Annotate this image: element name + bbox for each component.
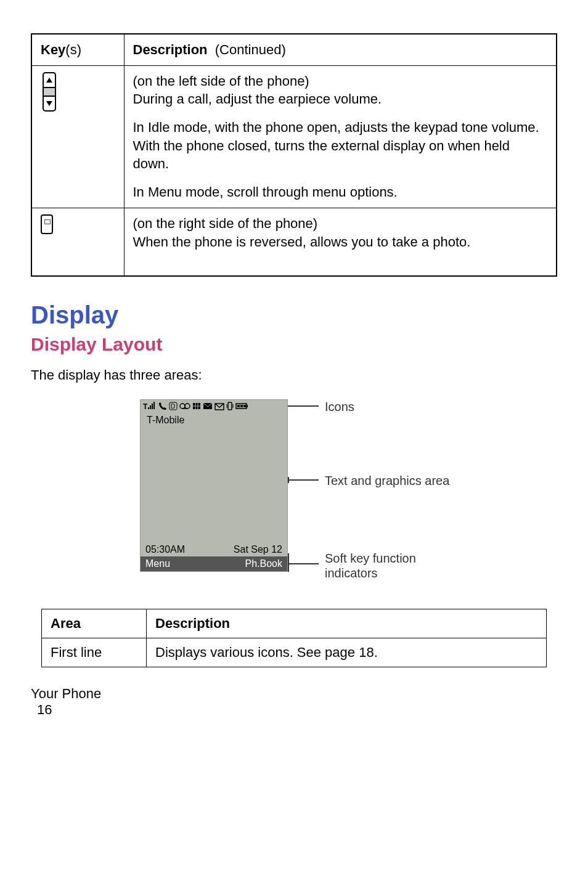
header-description: Description (Continued) — [124, 34, 557, 65]
key-description-table: Key(s) Description (Continued) (on the l… — [31, 33, 557, 277]
voicemail-icon — [179, 402, 190, 410]
volume-key-cell — [31, 65, 124, 208]
page-footer: Your Phone 16 — [31, 686, 557, 718]
header-area: Area — [42, 609, 147, 638]
table-row: (on the right side of the phone) When th… — [31, 208, 557, 276]
table-row: First line Displays various icons. See p… — [42, 638, 547, 667]
header-key-suffix: (s) — [65, 42, 81, 57]
section-title-display: Display — [31, 301, 557, 329]
page-number: 16 — [37, 702, 557, 718]
carrier-name: T-Mobile — [141, 412, 287, 428]
svg-rect-22 — [243, 405, 246, 407]
svg-rect-20 — [237, 405, 240, 407]
softkey-right: Ph.Book — [245, 558, 282, 569]
sim-icon — [192, 402, 201, 410]
battery-icon — [235, 402, 249, 410]
icon-bar: T D — [141, 400, 287, 412]
header-description: Description — [147, 609, 547, 638]
intro-text: The display has three areas: — [31, 367, 557, 383]
desc-text: (on the right side of the phone) — [133, 214, 548, 233]
table-header-row: Area Description — [42, 609, 547, 638]
svg-point-7 — [180, 404, 185, 409]
header-desc-label: Description — [133, 42, 208, 57]
subsection-display-layout: Display Layout — [31, 334, 557, 355]
label-icons: Icons — [325, 399, 354, 414]
data-icon: D — [169, 402, 178, 410]
svg-rect-4 — [153, 402, 155, 409]
svg-point-8 — [185, 404, 190, 409]
time-text: 05:30AM — [145, 544, 185, 555]
svg-text:D: D — [171, 403, 175, 410]
message-icon — [203, 402, 213, 410]
table-header-row: Key(s) Description (Continued) — [31, 34, 557, 65]
svg-rect-21 — [240, 405, 243, 407]
desc-cell: Displays various icons. See page 18. — [147, 638, 547, 667]
softkey-row: Menu Ph.Book — [141, 556, 287, 571]
display-layout-figure: T D — [103, 399, 485, 590]
camera-key-cell — [31, 208, 124, 276]
svg-rect-1 — [148, 407, 149, 409]
camera-key-description: (on the right side of the phone) When th… — [124, 208, 557, 276]
time-date-row: 05:30AM Sat Sep 12 — [141, 544, 287, 555]
phone-screen: T D — [140, 399, 288, 572]
area-cell: First line — [42, 638, 147, 667]
svg-rect-3 — [152, 404, 153, 409]
area-description-table: Area Description First line Displays var… — [41, 609, 547, 667]
call-icon — [158, 402, 167, 410]
vibrate-icon — [226, 402, 234, 410]
envelope-icon — [214, 402, 224, 410]
volume-key-icon — [41, 72, 58, 112]
volume-key-description: (on the left side of the phone) During a… — [124, 65, 557, 208]
desc-text: When the phone is reversed, allows you t… — [133, 233, 548, 251]
header-desc-suffix: (Continued) — [215, 42, 286, 57]
svg-rect-23 — [247, 405, 248, 407]
label-text-area: Text and graphics area — [325, 473, 449, 488]
desc-text: During a call, adjust the earpiece volum… — [133, 90, 548, 108]
desc-text: In Menu mode, scroll through menu option… — [133, 183, 548, 201]
desc-text: (on the left side of the phone) — [133, 72, 548, 91]
chapter-name: Your Phone — [31, 686, 101, 701]
svg-text:T: T — [143, 402, 148, 410]
desc-text: In Idle mode, with the phone open, adjus… — [133, 118, 548, 173]
table-row: (on the left side of the phone) During a… — [31, 65, 557, 208]
signal-icon: T — [143, 402, 157, 410]
svg-rect-2 — [150, 405, 151, 409]
label-softkey-2: indicators — [325, 566, 378, 580]
svg-rect-16 — [228, 402, 232, 410]
softkey-left: Menu — [145, 558, 170, 569]
label-softkey-1: Soft key function — [325, 551, 416, 566]
camera-key-icon — [41, 214, 53, 234]
header-key: Key(s) — [31, 34, 124, 65]
date-text: Sat Sep 12 — [234, 544, 282, 555]
header-key-label: Key — [41, 42, 65, 57]
